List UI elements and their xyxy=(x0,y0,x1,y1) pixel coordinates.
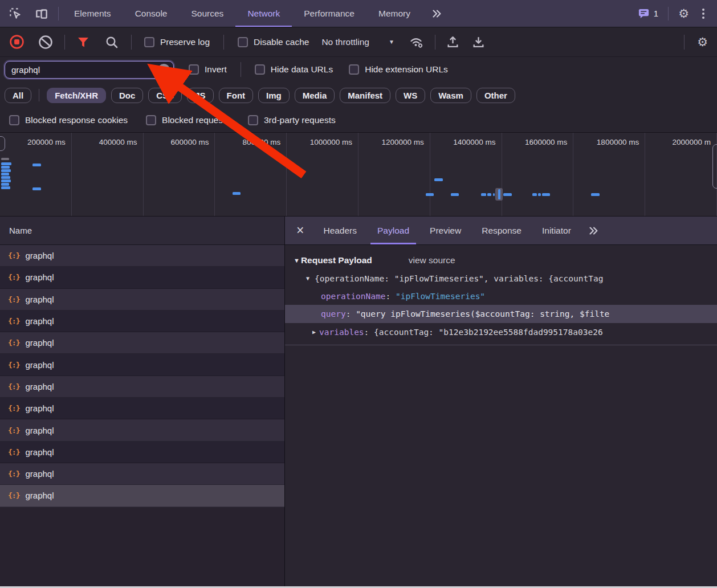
filter-chip-img[interactable]: Img xyxy=(258,88,290,103)
tab-performance[interactable]: Performance xyxy=(292,0,366,27)
kebab-menu-icon[interactable] xyxy=(699,7,708,20)
checkbox[interactable] xyxy=(349,64,359,75)
detail-tab-initiator[interactable]: Initiator xyxy=(532,217,581,244)
filter-chip-other[interactable]: Other xyxy=(476,88,515,103)
timeline-left-handle[interactable] xyxy=(0,136,5,151)
detail-tab-headers[interactable]: Headers xyxy=(313,217,367,244)
invert-checkbox[interactable]: Invert xyxy=(189,64,227,75)
request-row[interactable]: {:}graphql xyxy=(0,485,284,507)
tab-memory[interactable]: Memory xyxy=(366,0,422,27)
request-name: graphql xyxy=(25,251,54,260)
record-stop-icon[interactable] xyxy=(9,34,25,50)
network-activity-bar xyxy=(1,183,9,186)
network-activity-bar xyxy=(451,193,459,196)
blocked-requests-checkbox[interactable]: Blocked requests xyxy=(146,115,230,125)
request-row[interactable]: {:}graphql xyxy=(0,463,284,485)
filter-chip-doc[interactable]: Doc xyxy=(111,88,143,103)
checkbox[interactable] xyxy=(9,115,19,125)
settings-gear-icon[interactable]: ⚙ xyxy=(678,7,689,19)
network-conditions-wifi-icon[interactable] xyxy=(409,35,425,49)
more-tabs-button[interactable] xyxy=(422,0,451,27)
third-party-requests-checkbox[interactable]: 3rd-party requests xyxy=(248,115,336,125)
divider xyxy=(223,35,224,50)
filter-chip-wasm[interactable]: Wasm xyxy=(430,88,471,103)
inspect-element-icon[interactable] xyxy=(8,6,23,21)
query-row-selected[interactable]: query: "query ipFlowTimeseries($accountT… xyxy=(285,305,717,323)
blocked-response-cookies-label: Blocked response cookies xyxy=(25,115,128,125)
detail-tab-preview[interactable]: Preview xyxy=(419,217,471,244)
close-details-icon[interactable]: × xyxy=(285,217,313,244)
preserve-log-label: Preserve log xyxy=(160,37,210,47)
detail-tab-response[interactable]: Response xyxy=(471,217,532,244)
issues-counter[interactable]: 1 xyxy=(638,8,658,19)
checkbox[interactable] xyxy=(238,37,248,47)
triangle-down-icon[interactable]: ▼ xyxy=(294,257,300,264)
request-row[interactable]: {:}graphql xyxy=(0,419,284,441)
blocked-response-cookies-checkbox[interactable]: Blocked response cookies xyxy=(9,115,128,125)
tab-sources[interactable]: Sources xyxy=(180,0,236,27)
network-activity-bar xyxy=(487,193,491,196)
request-row[interactable]: {:}graphql xyxy=(0,332,284,354)
device-toolbar-icon[interactable] xyxy=(34,6,49,21)
message-bubble-icon xyxy=(638,8,650,19)
network-activity-bar xyxy=(1,186,10,189)
filter-chip-js[interactable]: JS xyxy=(187,88,213,103)
funnel-filter-icon[interactable] xyxy=(76,35,90,49)
hide-extension-urls-checkbox[interactable]: Hide extension URLs xyxy=(349,64,448,75)
name-column-label: Name xyxy=(9,226,32,235)
detail-tab-payload[interactable]: Payload xyxy=(367,217,419,244)
request-row[interactable]: {:}graphql xyxy=(0,442,284,463)
request-row[interactable]: {:}graphql xyxy=(0,267,284,288)
import-har-upload-icon[interactable] xyxy=(446,35,460,49)
timeline-activity-bars xyxy=(0,133,717,216)
filter-chip-fetch-xhr[interactable]: Fetch/XHR xyxy=(47,88,106,103)
checkbox[interactable] xyxy=(144,37,154,47)
filter-input[interactable] xyxy=(5,61,174,79)
clear-network-log-icon[interactable] xyxy=(38,35,53,50)
request-row[interactable]: {:}graphql xyxy=(0,245,284,267)
request-payload-section[interactable]: ▼ Request Payload view source xyxy=(285,251,717,270)
checkbox[interactable] xyxy=(255,64,265,75)
operation-name-row[interactable]: operationName: "ipFlowTimeseries" xyxy=(285,287,717,305)
view-source-link[interactable]: view source xyxy=(409,255,455,266)
export-har-download-icon[interactable] xyxy=(471,35,486,49)
name-column-header[interactable]: Name xyxy=(0,217,284,245)
tab-elements[interactable]: Elements xyxy=(62,0,123,27)
issue-count: 1 xyxy=(654,9,658,18)
more-detail-tabs-button[interactable] xyxy=(581,217,605,244)
payload-summary-row[interactable]: ▼ {operationName: "ipFlowTimeseries", va… xyxy=(285,270,717,287)
filter-chip-font[interactable]: Font xyxy=(219,88,253,103)
hide-data-urls-checkbox[interactable]: Hide data URLs xyxy=(255,64,333,75)
network-activity-bar xyxy=(32,164,41,166)
network-overview-timeline[interactable]: 200000 ms400000 ms600000 ms800000 ms1000… xyxy=(0,132,717,217)
tab-network[interactable]: Network xyxy=(235,0,292,27)
checkbox[interactable] xyxy=(146,115,156,125)
throttling-dropdown[interactable]: No throttling ▼ xyxy=(321,37,394,47)
search-icon[interactable] xyxy=(105,35,119,49)
section-title: Request Payload xyxy=(301,255,372,266)
request-row[interactable]: {:}graphql xyxy=(0,398,284,419)
preserve-log-checkbox[interactable]: Preserve log xyxy=(144,37,210,47)
network-settings-gear-icon[interactable]: ⚙ xyxy=(697,36,708,48)
clear-filter-icon[interactable]: × xyxy=(158,64,170,76)
request-row[interactable]: {:}graphql xyxy=(0,354,284,375)
triangle-down-icon[interactable]: ▼ xyxy=(306,275,309,281)
checkbox[interactable] xyxy=(189,64,199,75)
filter-chip-css[interactable]: CSS xyxy=(148,88,182,103)
variables-row[interactable]: ▶ variables: {accountTag: "b12e3b2192ee5… xyxy=(285,323,717,341)
request-row[interactable]: {:}graphql xyxy=(0,289,284,311)
disable-cache-checkbox[interactable]: Disable cache xyxy=(238,37,309,47)
filter-chip-media[interactable]: Media xyxy=(295,88,335,103)
json-key: query xyxy=(321,309,346,318)
filter-chip-all[interactable]: All xyxy=(5,88,31,103)
request-row[interactable]: {:}graphql xyxy=(0,376,284,398)
filter-chip-ws[interactable]: WS xyxy=(396,88,425,103)
tab-console[interactable]: Console xyxy=(123,0,180,27)
checkbox[interactable] xyxy=(248,115,258,125)
network-activity-bar xyxy=(1,173,9,175)
filter-chip-manifest[interactable]: Manifest xyxy=(340,88,390,103)
triangle-right-icon[interactable]: ▶ xyxy=(312,329,316,335)
timeline-right-handle[interactable] xyxy=(712,144,717,189)
request-row[interactable]: {:}graphql xyxy=(0,311,284,332)
chevron-double-right-icon xyxy=(430,7,443,20)
